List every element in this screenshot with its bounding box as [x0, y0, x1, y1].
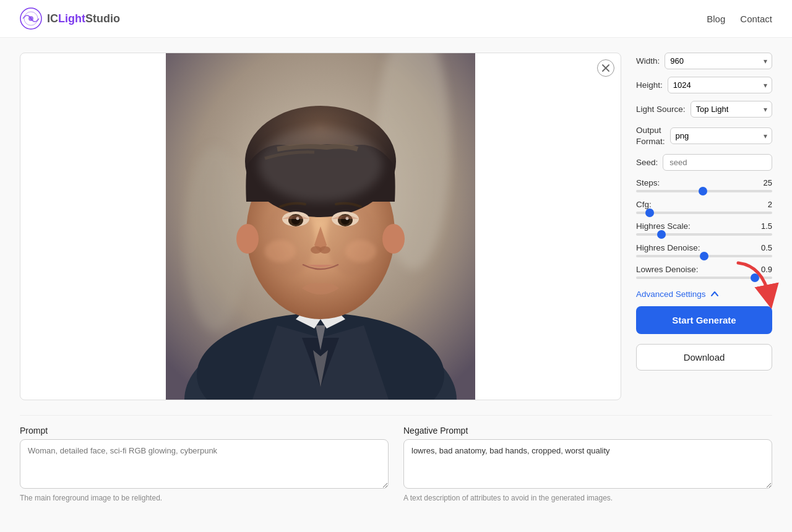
steps-value: 25: [764, 178, 772, 187]
lowres-denoise-control: Lowres Denoise: 0.9: [636, 265, 772, 279]
logo-light-text: Light: [58, 12, 85, 25]
prompt-textarea[interactable]: [20, 439, 389, 489]
image-container: [20, 53, 621, 400]
seed-control: Seed:: [636, 154, 772, 171]
steps-control: Steps: 25: [636, 178, 772, 192]
nav-blog[interactable]: Blog: [707, 14, 725, 24]
highres-scale-control: Highres Scale: 1.5: [636, 221, 772, 236]
width-label: Width:: [636, 56, 660, 66]
height-control: Height: 512 640 768 960 1024 1280: [636, 77, 772, 93]
steps-slider[interactable]: [636, 190, 772, 192]
prompt-label: Prompt: [20, 426, 389, 435]
header: ICLightStudio Blog Contact: [0, 0, 792, 38]
output-format-select-wrapper: png jpg webp: [670, 127, 772, 144]
prompts-section: Prompt The main foreground image to be r…: [0, 416, 792, 517]
cfg-slider[interactable]: [636, 212, 772, 214]
width-select[interactable]: 512 640 768 960 1024 1280: [665, 53, 772, 69]
image-area: [20, 53, 621, 400]
advanced-settings-toggle[interactable]: Advanced Settings: [636, 289, 772, 299]
output-format-control: OutputFormat: png jpg webp: [636, 125, 772, 147]
light-source-select-wrapper: Top Light Bottom Light Left Light Right …: [691, 101, 772, 118]
prompt-group: Prompt The main foreground image to be r…: [20, 426, 389, 502]
width-select-wrapper: 512 640 768 960 1024 1280: [665, 53, 772, 69]
logo-studio-text: Studio: [85, 12, 120, 25]
main-content: Width: 512 640 768 960 1024 1280 Height:…: [0, 38, 792, 415]
download-button[interactable]: Download: [636, 344, 772, 371]
highres-denoise-label: Highres Denoise:: [636, 243, 700, 252]
seed-label: Seed:: [636, 158, 658, 167]
logo: ICLightStudio: [20, 7, 120, 30]
logo-ic: IC: [47, 12, 58, 25]
svg-point-26: [265, 240, 296, 262]
lowres-denoise-value: 0.9: [761, 265, 772, 274]
negative-prompt-group: Negative Prompt A text description of at…: [403, 426, 772, 502]
output-format-select[interactable]: png jpg webp: [670, 127, 772, 144]
highres-scale-value: 1.5: [761, 221, 772, 231]
main-nav: Blog Contact: [707, 14, 772, 24]
cfg-label: Cfg:: [636, 200, 652, 209]
generate-section: Start Generate: [636, 306, 772, 334]
negative-prompt-hint: A text description of attributes to avoi…: [403, 494, 772, 502]
prompt-hint: The main foreground image to be relighte…: [20, 494, 389, 502]
highres-denoise-slider[interactable]: [636, 255, 772, 257]
highres-denoise-value: 0.5: [761, 243, 772, 252]
light-source-control: Light Source: Top Light Bottom Light Lef…: [636, 101, 772, 118]
svg-point-27: [345, 240, 376, 262]
generate-button[interactable]: Start Generate: [636, 306, 772, 334]
cfg-control: Cfg: 2: [636, 200, 772, 214]
height-select[interactable]: 512 640 768 960 1024 1280: [668, 77, 772, 93]
width-control: Width: 512 640 768 960 1024 1280: [636, 53, 772, 69]
height-label: Height:: [636, 80, 663, 90]
cfg-value: 2: [768, 200, 772, 209]
highres-scale-slider[interactable]: [636, 233, 772, 236]
highres-scale-label: Highres Scale:: [636, 221, 691, 231]
advanced-settings-label: Advanced Settings: [636, 290, 706, 299]
lowres-denoise-slider[interactable]: [636, 277, 772, 279]
highres-denoise-control: Highres Denoise: 0.5: [636, 243, 772, 257]
svg-point-14: [382, 224, 405, 254]
close-image-button[interactable]: [597, 59, 614, 77]
chevron-up-icon: [710, 289, 720, 299]
close-icon: [602, 64, 609, 72]
light-source-select[interactable]: Top Light Bottom Light Left Light Right …: [691, 101, 772, 118]
negative-prompt-label: Negative Prompt: [403, 426, 772, 435]
lowres-denoise-label: Lowres Denoise:: [636, 265, 699, 274]
portrait-image: [166, 53, 475, 400]
output-format-label: OutputFormat:: [636, 125, 665, 147]
steps-label: Steps:: [636, 178, 660, 187]
logo-icon: [20, 7, 42, 30]
svg-point-13: [236, 224, 259, 254]
logo-text: ICLightStudio: [47, 12, 120, 25]
seed-input[interactable]: [663, 154, 772, 171]
height-select-wrapper: 512 640 768 960 1024 1280: [668, 77, 772, 93]
negative-prompt-textarea[interactable]: [403, 439, 772, 489]
controls-panel: Width: 512 640 768 960 1024 1280 Height:…: [636, 53, 772, 371]
svg-point-25: [319, 246, 330, 254]
light-source-label: Light Source:: [636, 104, 686, 115]
svg-point-28: [259, 127, 382, 202]
nav-contact[interactable]: Contact: [740, 14, 772, 24]
